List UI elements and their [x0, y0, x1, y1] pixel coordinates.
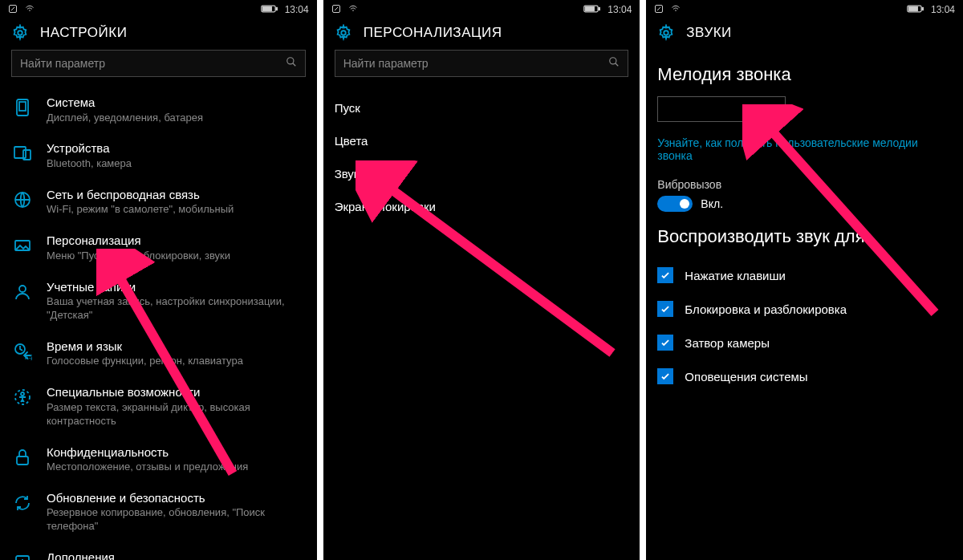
custom-ringtones-link[interactable]: Узнайте, как получить пользовательские м… — [657, 136, 952, 162]
gear-icon[interactable] — [335, 24, 352, 42]
personalization-icon — [11, 234, 34, 257]
clock-text: 13:04 — [285, 4, 309, 15]
vibrate-toggle[interactable]: Вкл. — [657, 196, 952, 212]
settings-item-sub: Wi-Fi, режим "в самолете", мобильный — [47, 203, 306, 217]
status-bar: 13:04 — [646, 0, 963, 19]
ringtone-heading: Мелодия звонка — [657, 64, 952, 85]
svg-point-25 — [341, 30, 346, 35]
settings-item-sub: Bluetooth, камера — [47, 157, 306, 171]
checkbox-label: Нажатие клавиши — [685, 269, 786, 282]
page-title: НАСТРОЙКИ — [40, 25, 127, 41]
wifi-icon — [670, 4, 681, 16]
settings-item-extras[interactable]: Дополнения — [11, 542, 306, 560]
sounds-screen: 13:04 ЗВУКИ Мелодия звонка Узнайте, как … — [646, 0, 963, 560]
search-input[interactable]: Найти параметр — [11, 50, 306, 77]
settings-item-ease-of-access[interactable]: Специальные возможности Размер текста, э… — [11, 376, 306, 436]
page-header: НАСТРОЙКИ — [0, 19, 317, 50]
chevron-down-icon — [767, 102, 777, 116]
svg-rect-24 — [599, 7, 600, 10]
toggle-slider — [657, 196, 693, 212]
svg-point-26 — [610, 58, 616, 64]
wifi-icon — [347, 4, 359, 16]
settings-list: Система Дисплей, уведомления, батарея Ус… — [0, 87, 317, 560]
status-bar: 13:04 — [0, 0, 317, 19]
list-item-sounds[interactable]: Звуки — [335, 157, 629, 190]
extras-icon — [11, 551, 34, 560]
settings-item-title: Персонализация — [47, 233, 306, 249]
search-placeholder: Найти параметр — [343, 57, 429, 70]
svg-point-33 — [664, 30, 669, 35]
settings-item-personalization[interactable]: Персонализация Меню "Пуск", экран блокир… — [11, 225, 306, 270]
checkbox-system-notifications[interactable]: Оповещения системы — [657, 359, 952, 393]
settings-item-title: Дополнения — [47, 550, 306, 560]
checkbox-checked-icon — [657, 368, 673, 384]
checkbox-checked-icon — [657, 301, 673, 317]
settings-item-sub: Голосовые функции, регион, клавиатура — [47, 355, 306, 368]
search-input[interactable]: Найти параметр — [335, 50, 629, 77]
battery-icon — [583, 4, 601, 16]
settings-root-screen: 13:04 НАСТРОЙКИ Найти параметр Система Д… — [0, 0, 317, 560]
settings-item-title: Специальные возможности — [47, 384, 306, 400]
search-icon — [286, 56, 297, 71]
globe-icon — [11, 189, 34, 211]
settings-item-sub: Меню "Пуск", экран блокировки, звуки — [47, 250, 306, 263]
gear-icon — [11, 24, 29, 42]
system-icon — [11, 96, 34, 119]
svg-point-12 — [19, 286, 26, 292]
toggle-state-label: Вкл. — [701, 197, 723, 210]
settings-item-system[interactable]: Система Дисплей, уведомления, батарея — [11, 87, 306, 132]
list-item-lockscreen[interactable]: Экран блокировки — [335, 190, 629, 223]
clock-text: 13:04 — [931, 4, 955, 15]
settings-item-devices[interactable]: Устройства Bluetooth, камера — [11, 132, 306, 178]
svg-rect-2 — [262, 6, 271, 10]
svg-point-4 — [18, 30, 22, 35]
settings-item-title: Конфиденциальность — [47, 444, 306, 461]
svg-rect-7 — [19, 102, 26, 111]
vibrate-label: Вибровызов — [657, 178, 952, 191]
svg-rect-17 — [17, 457, 28, 465]
search-icon — [608, 56, 620, 71]
page-header: ПЕРСОНАЛИЗАЦИЯ — [323, 19, 640, 50]
settings-item-privacy[interactable]: Конфиденциальность Местоположение, отзыв… — [11, 436, 306, 482]
svg-text:A字: A字 — [25, 355, 32, 360]
personalization-screen: 13:04 ПЕРСОНАЛИЗАЦИЯ Найти параметр Пуск… — [323, 0, 640, 560]
settings-item-title: Обновление и безопасность — [47, 490, 306, 506]
battery-icon — [907, 4, 924, 16]
svg-rect-31 — [908, 6, 917, 10]
settings-item-sub: Ваша учетная запись, настройки синхрониз… — [47, 295, 306, 323]
list-item-colors[interactable]: Цвета — [335, 124, 629, 157]
checkbox-keypress[interactable]: Нажатие клавиши — [657, 258, 952, 292]
checkbox-camera-shutter[interactable]: Затвор камеры — [657, 326, 952, 359]
checkbox-checked-icon — [657, 267, 673, 283]
settings-item-accounts[interactable]: Учетные записи Ваша учетная запись, наст… — [11, 271, 306, 331]
page-title: ПЕРСОНАЛИЗАЦИЯ — [364, 25, 502, 41]
status-bar: 13:04 — [323, 0, 640, 19]
play-sound-heading: Воспроизводить звук для — [657, 226, 952, 247]
clock-text: 13:04 — [607, 4, 632, 15]
page-title: ЗВУКИ — [686, 25, 731, 41]
checkbox-label: Затвор камеры — [685, 336, 770, 350]
checkbox-label: Оповещения системы — [685, 370, 807, 383]
settings-item-sub: Местоположение, отзывы и предложения — [47, 461, 306, 474]
ease-of-access-icon — [11, 386, 34, 408]
settings-item-title: Устройства — [47, 140, 306, 156]
settings-item-update[interactable]: Обновление и безопасность Резервное копи… — [11, 482, 306, 542]
settings-item-network[interactable]: Сеть и беспроводная связь Wi-Fi, режим "… — [11, 179, 306, 225]
gear-icon[interactable] — [657, 24, 675, 42]
rotation-lock-icon — [654, 4, 664, 16]
settings-item-sub: Размер текста, экранный диктор, высокая … — [47, 401, 306, 428]
checkbox-label: Блокировка и разблокировка — [685, 302, 847, 316]
settings-item-title: Система — [47, 95, 306, 111]
personalization-list: Пуск Цвета Звуки Экран блокировки — [323, 87, 640, 560]
svg-rect-3 — [275, 7, 277, 10]
settings-item-title: Сеть и беспроводная связь — [47, 187, 306, 203]
page-header: ЗВУКИ — [646, 19, 963, 50]
ringtone-dropdown[interactable] — [657, 96, 786, 122]
battery-icon — [261, 4, 278, 16]
devices-icon — [11, 142, 34, 164]
checkbox-lock-unlock[interactable]: Блокировка и разблокировка — [657, 292, 952, 326]
accounts-icon — [11, 281, 34, 303]
settings-item-time-language[interactable]: A字 Время и язык Голосовые функции, регио… — [11, 331, 306, 376]
search-placeholder: Найти параметр — [20, 57, 105, 70]
list-item-start[interactable]: Пуск — [335, 91, 629, 124]
